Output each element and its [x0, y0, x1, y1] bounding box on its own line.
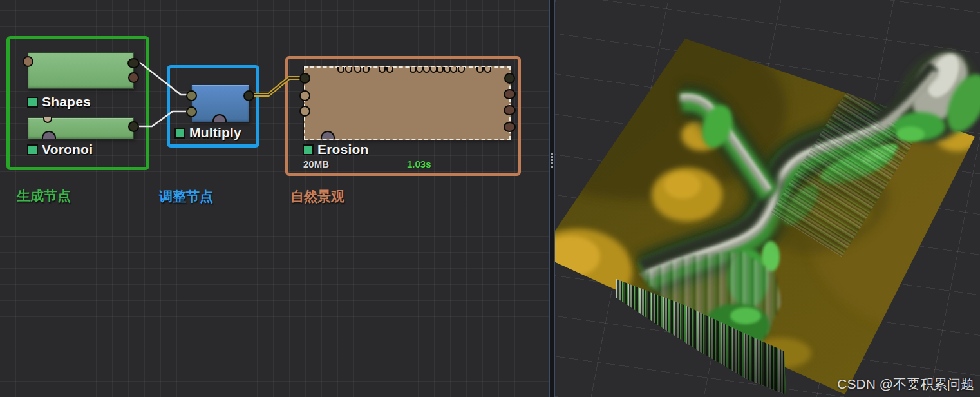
node-voronoi[interactable]: [28, 117, 134, 139]
multiply-label: Multiply: [174, 125, 241, 140]
erosion-top-port[interactable]: [386, 67, 393, 73]
erosion-top-port[interactable]: [337, 67, 344, 73]
voronoi-bypass-port[interactable]: [42, 131, 56, 139]
caption-natural-landscape: 自然景观: [290, 188, 344, 206]
multiply-bypass-port[interactable]: [212, 114, 227, 122]
erosion-build-time: 1.03s: [407, 159, 431, 169]
app-root: Shapes Voronoi Multiply: [0, 0, 980, 397]
node-type-chip: [27, 97, 38, 108]
node-type-chip: [303, 144, 314, 155]
wire-multiply-to-erosion[interactable]: [247, 78, 305, 95]
node-erosion[interactable]: [304, 66, 511, 140]
node-graph-panel[interactable]: Shapes Voronoi Multiply: [0, 0, 549, 397]
erosion-top-port[interactable]: [363, 67, 370, 73]
preview-3d-panel[interactable]: CSDN @不要积累问题: [555, 0, 980, 397]
erosion-left-port[interactable]: [299, 90, 310, 101]
node-type-chip: [27, 144, 38, 155]
shapes-input-port[interactable]: [23, 56, 33, 67]
shapes-label-text: Shapes: [42, 94, 91, 110]
terrain-mesh: [555, 0, 980, 397]
erosion-top-port[interactable]: [345, 67, 352, 73]
shapes-output-port[interactable]: [127, 58, 140, 68]
erosion-top-port[interactable]: [484, 67, 491, 73]
splitter-grip-icon: [551, 153, 553, 169]
wire-voronoi-to-multiply[interactable]: [133, 111, 192, 126]
shapes-secondary-output-port[interactable]: [128, 72, 139, 83]
erosion-right-port[interactable]: [504, 89, 516, 99]
shapes-label: Shapes: [27, 94, 91, 110]
erosion-top-port[interactable]: [379, 67, 386, 73]
multiply-input2-port[interactable]: [186, 106, 197, 117]
erosion-top-port[interactable]: [423, 67, 430, 73]
node-type-chip: [174, 128, 185, 139]
watermark: CSDN @不要积累问题: [837, 375, 974, 393]
panel-splitter[interactable]: [549, 0, 555, 397]
erosion-label: Erosion: [303, 142, 369, 157]
erosion-memory: 20MB: [303, 159, 329, 169]
multiply-input1-port[interactable]: [186, 90, 197, 101]
erosion-top-port[interactable]: [416, 67, 423, 73]
erosion-input-port[interactable]: [299, 73, 310, 84]
node-shapes[interactable]: [28, 52, 134, 89]
erosion-right-port[interactable]: [504, 122, 516, 132]
caption-adjust-nodes: 调整节点: [159, 188, 213, 206]
erosion-top-port[interactable]: [354, 67, 361, 73]
voronoi-label-text: Voronoi: [42, 142, 93, 157]
erosion-top-port[interactable]: [450, 67, 457, 73]
voronoi-output-port[interactable]: [128, 121, 139, 132]
erosion-top-port[interactable]: [437, 67, 444, 73]
erosion-bypass-port[interactable]: [321, 131, 335, 139]
erosion-left-port[interactable]: [299, 106, 310, 117]
erosion-output-port[interactable]: [504, 73, 515, 84]
erosion-label-text: Erosion: [317, 142, 369, 157]
multiply-output-port[interactable]: [243, 90, 254, 101]
voronoi-top-port[interactable]: [43, 117, 52, 123]
node-multiply[interactable]: [191, 84, 249, 122]
wire-shapes-to-multiply[interactable]: [131, 63, 192, 95]
erosion-right-port[interactable]: [504, 105, 516, 115]
caption-generate-nodes: 生成节点: [17, 187, 71, 205]
voronoi-label: Voronoi: [27, 142, 93, 157]
multiply-label-text: Multiply: [189, 125, 241, 140]
erosion-top-port[interactable]: [458, 67, 465, 73]
erosion-top-port[interactable]: [476, 67, 484, 73]
